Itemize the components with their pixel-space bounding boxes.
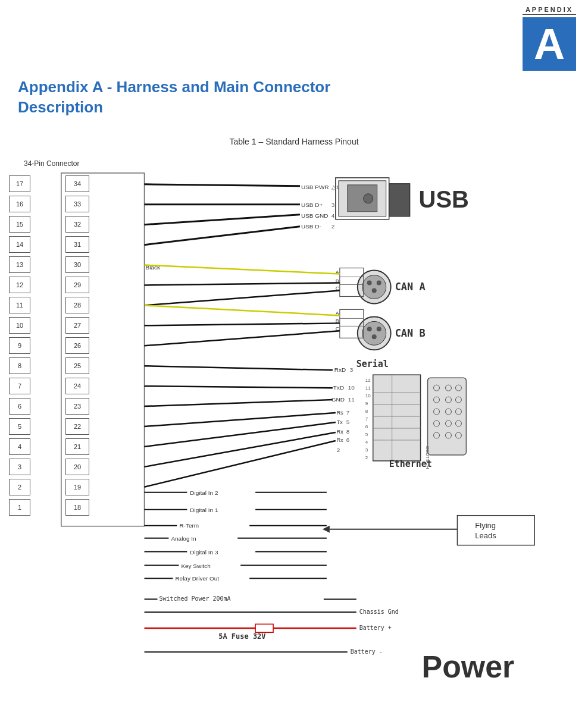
appendix-letter: A <box>523 17 576 71</box>
wiring-diagram-svg: USB USB PWR △1 USB D+ 3 USB GND 4 USB D-… <box>6 155 582 708</box>
svg-text:CAN A: CAN A <box>395 281 426 293</box>
svg-text:R-Term: R-Term <box>179 522 199 529</box>
svg-line-107 <box>145 441 336 487</box>
svg-line-17 <box>145 215 300 225</box>
svg-text:6: 6 <box>365 424 368 429</box>
svg-text:Digital In 2: Digital In 2 <box>190 489 218 496</box>
svg-rect-142 <box>255 624 273 632</box>
svg-text:10: 10 <box>365 393 371 398</box>
svg-text:5A Fuse  32V: 5A Fuse 32V <box>218 632 265 641</box>
svg-text:Chassis Gnd: Chassis Gnd <box>359 608 399 615</box>
svg-text:Analog In: Analog In <box>171 535 196 542</box>
svg-line-15 <box>145 184 300 186</box>
appendix-header: APPENDIX A <box>523 6 576 71</box>
svg-point-37 <box>367 327 372 331</box>
svg-text:CAN B: CAN B <box>395 327 426 339</box>
svg-line-32 <box>145 265 340 274</box>
svg-text:△1: △1 <box>331 184 340 190</box>
svg-text:3: 3 <box>331 202 335 208</box>
svg-text:11: 11 <box>348 396 355 403</box>
svg-text:Relay Driver Out: Relay Driver Out <box>175 575 219 582</box>
svg-text:3: 3 <box>365 447 368 453</box>
svg-rect-51 <box>373 375 421 461</box>
svg-text:Serial: Serial <box>356 359 389 369</box>
svg-text:4: 4 <box>331 212 335 219</box>
svg-text:12: 12 <box>365 378 371 383</box>
svg-line-34 <box>145 290 340 305</box>
svg-line-92 <box>145 366 333 370</box>
svg-rect-5 <box>389 184 410 216</box>
svg-point-23 <box>377 281 381 285</box>
svg-point-36 <box>362 321 386 345</box>
svg-text:Digital In 1: Digital In 1 <box>190 507 218 513</box>
svg-line-49 <box>145 331 340 346</box>
svg-text:Flying: Flying <box>475 521 496 530</box>
svg-rect-0 <box>61 173 145 526</box>
svg-text:Rx: Rx <box>337 437 343 443</box>
svg-text:RxD: RxD <box>334 366 346 373</box>
svg-text:7: 7 <box>365 416 368 422</box>
svg-text:Key Switch: Key Switch <box>181 563 210 569</box>
svg-line-106 <box>145 432 336 467</box>
svg-point-4 <box>364 194 373 203</box>
svg-text:Battery -: Battery - <box>351 648 383 655</box>
svg-text:USB GND: USB GND <box>301 212 328 219</box>
svg-text:Ethernet: Ethernet <box>389 459 432 469</box>
svg-text:USB D-: USB D- <box>301 223 321 230</box>
svg-text:3: 3 <box>350 366 354 373</box>
diagram-container: 34-Pin Connector 17 16 15 14 13 12 11 10… <box>6 155 582 708</box>
svg-text:10: 10 <box>348 384 355 391</box>
svg-text:9: 9 <box>365 401 368 406</box>
svg-text:7: 7 <box>346 409 350 416</box>
svg-line-94 <box>145 400 333 406</box>
svg-text:TxD: TxD <box>333 384 344 391</box>
svg-text:11: 11 <box>365 385 371 391</box>
svg-text:Rx: Rx <box>337 429 343 435</box>
svg-text:5: 5 <box>365 432 368 437</box>
svg-text:Power: Power <box>422 649 515 684</box>
svg-text:Leads: Leads <box>475 531 496 540</box>
svg-text:8: 8 <box>346 428 350 435</box>
svg-point-22 <box>367 281 372 285</box>
svg-line-93 <box>145 386 333 388</box>
svg-line-48 <box>145 323 340 325</box>
svg-text:8: 8 <box>365 409 368 414</box>
svg-text:5: 5 <box>346 419 350 425</box>
appendix-label: APPENDIX <box>523 6 576 15</box>
svg-point-24 <box>372 288 377 293</box>
svg-line-18 <box>145 227 300 245</box>
table-caption: Table 1 – Standard Harness Pinout <box>0 137 588 146</box>
svg-point-39 <box>372 334 377 339</box>
svg-line-47 <box>145 305 340 315</box>
svg-text:6: 6 <box>346 437 350 443</box>
svg-text:4: 4 <box>365 440 368 445</box>
svg-text:2: 2 <box>331 223 335 230</box>
svg-text:Tx: Tx <box>337 419 343 425</box>
svg-text:Digital In 3: Digital In 3 <box>190 549 218 556</box>
svg-text:2: 2 <box>365 455 368 460</box>
svg-text:Switched Power 200mA: Switched Power 200mA <box>159 595 230 602</box>
svg-text:2: 2 <box>337 447 340 453</box>
svg-point-21 <box>362 275 386 299</box>
svg-point-38 <box>377 327 381 331</box>
svg-text:Rs: Rs <box>337 410 343 416</box>
svg-rect-69 <box>428 378 467 455</box>
svg-line-105 <box>145 422 336 447</box>
svg-marker-122 <box>323 526 330 533</box>
svg-text:Battery +: Battery + <box>359 625 392 631</box>
svg-text:USB: USB <box>419 186 469 212</box>
svg-line-104 <box>145 413 336 426</box>
svg-text:USB PWR: USB PWR <box>301 184 329 190</box>
svg-text:GND: GND <box>331 396 345 403</box>
page-title: Appendix A - Harness and Main Connector … <box>18 77 330 118</box>
svg-line-33 <box>145 283 340 285</box>
svg-text:USB D+: USB D+ <box>301 202 323 208</box>
